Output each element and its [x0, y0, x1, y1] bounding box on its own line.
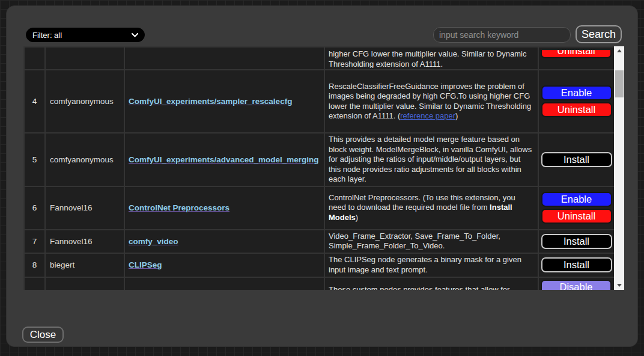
filter-dropdown[interactable]: Filter: all [26, 28, 145, 42]
row-description-cell: ControlNet Preprocessors. (To use this e… [324, 186, 538, 230]
row-name-cell: ComfyUI Cutoff [124, 277, 324, 290]
row-name-cell: ControlNet Preprocessors [124, 186, 324, 230]
close-button[interactable]: Close [22, 327, 64, 343]
row-action-cell: Install [538, 253, 615, 277]
row-index-cell: 8 [24, 253, 45, 277]
scroll-down-icon[interactable] [614, 280, 624, 290]
table-row: 5 comfyanonymous ComfyUI_experiments/adv… [24, 133, 615, 186]
enable-button[interactable]: Enable [541, 85, 612, 100]
row-index-cell [24, 47, 45, 70]
row-index-cell: 5 [24, 133, 45, 186]
row-name-cell: ComfyUI_experiments/advanced_model_mergi… [124, 133, 324, 186]
row-action-cell: Enable Uninstall [538, 186, 615, 230]
row-action-cell: Install [538, 133, 615, 186]
extension-name-link[interactable]: ControlNet Preprocessors [129, 203, 229, 212]
extension-name-link[interactable]: ComfyUI_experiments/advanced_model_mergi… [129, 155, 319, 164]
row-action-cell: Enable Uninstall [538, 70, 615, 133]
install-button[interactable]: Install [541, 152, 612, 167]
row-action-cell: Disable [538, 277, 615, 290]
row-author-cell: BlenderNeko [45, 277, 124, 290]
table-scrollbar[interactable] [614, 46, 624, 290]
reference-paper-link[interactable]: reference paper [400, 111, 455, 120]
uninstall-button[interactable]: Uninstall [541, 209, 612, 224]
install-custom-nodes-dialog: Filter: all Search higher CFG lower the … [6, 5, 638, 347]
scroll-up-icon[interactable] [614, 46, 624, 56]
enable-button[interactable]: Enable [541, 192, 612, 207]
row-author-cell: comfyanonymous [45, 133, 124, 186]
extension-name-link[interactable]: comfy_video [129, 237, 178, 246]
row-name-cell: ComfyUI_experiments/sampler_rescalecfg [124, 70, 324, 133]
row-index-cell [24, 277, 45, 290]
row-description-cell: Video_Frame_Extractor, Save_Frame_To_Fol… [324, 230, 538, 253]
row-index-cell: 6 [24, 186, 45, 230]
row-author-cell: Fannovel16 [45, 186, 124, 230]
search-button[interactable]: Search [576, 25, 622, 43]
row-author-cell: biegert [45, 253, 124, 277]
table-row: 7 Fannovel16 comfy_video Video_Frame_Ext… [24, 230, 615, 253]
uninstall-button[interactable]: Uninstall [541, 50, 612, 58]
row-name-cell: CLIPSeg [124, 253, 324, 277]
extension-table-viewport: higher CFG lower the multiplier value. S… [23, 46, 624, 290]
row-author-cell: Fannovel16 [45, 230, 124, 253]
row-description-cell: These custom nodes provides features tha… [324, 277, 538, 290]
row-description-cell: The CLIPSeg node generates a binary mask… [324, 253, 538, 277]
row-name-cell [124, 47, 324, 70]
uninstall-button[interactable]: Uninstall [541, 102, 612, 117]
row-description-cell: RescaleClassifierFreeGuidance improves t… [324, 70, 538, 133]
search-input[interactable] [433, 27, 571, 43]
row-author-cell [45, 47, 124, 70]
row-description-cell: higher CFG lower the multiplier value. S… [324, 47, 538, 70]
row-author-cell: comfyanonymous [45, 70, 124, 133]
comfyui-canvas: Filter: all Search higher CFG lower the … [0, 0, 644, 356]
table-row: 6 Fannovel16 ControlNet Preprocessors Co… [24, 186, 615, 230]
row-index-cell: 7 [24, 230, 45, 253]
row-name-cell: comfy_video [124, 230, 324, 253]
row-action-cell: Uninstall [538, 47, 615, 70]
table-row: 8 biegert CLIPSeg The CLIPSeg node gener… [24, 253, 615, 277]
scrollbar-thumb[interactable] [615, 70, 624, 97]
disable-button[interactable]: Disable [541, 280, 612, 290]
chevron-down-icon [132, 33, 138, 37]
install-button[interactable]: Install [541, 257, 612, 272]
row-action-cell: Install [538, 230, 615, 253]
table-row: higher CFG lower the multiplier value. S… [24, 47, 615, 70]
table-row: BlenderNeko ComfyUI Cutoff These custom … [24, 277, 615, 290]
row-description-cell: This provides a detailed model merge fea… [324, 133, 538, 186]
extension-name-link[interactable]: ComfyUI_experiments/sampler_rescalecfg [129, 97, 292, 106]
row-index-cell: 4 [24, 70, 45, 133]
install-button[interactable]: Install [541, 234, 612, 249]
table-row: 4 comfyanonymous ComfyUI_experiments/sam… [24, 70, 615, 133]
extension-name-link[interactable]: CLIPSeg [129, 260, 162, 269]
filter-dropdown-label: Filter: all [32, 31, 62, 40]
extension-table: higher CFG lower the multiplier value. S… [23, 46, 615, 290]
